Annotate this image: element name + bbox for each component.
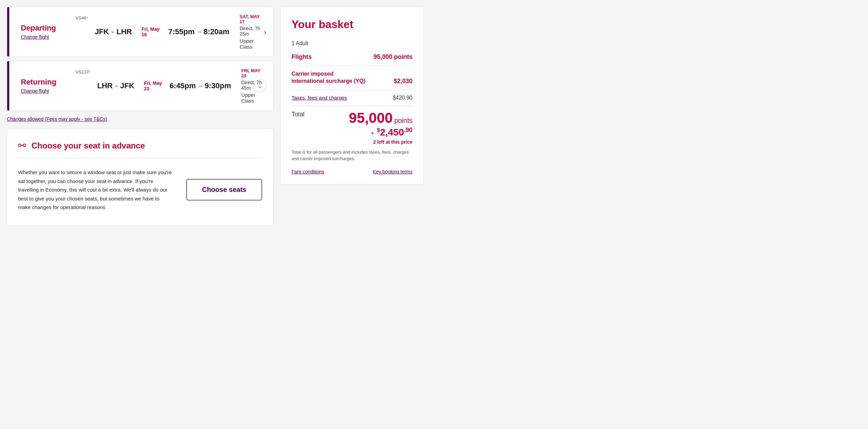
times-arrow-departing: →: [196, 28, 202, 36]
departing-chevron-icon[interactable]: ›: [264, 28, 266, 36]
basket-links: Fare conditions Key booking terms: [291, 169, 412, 174]
changes-allowed-link[interactable]: Changes allowed (Fees may apply - see T&…: [7, 116, 273, 122]
basket-taxes-link[interactable]: Taxes, fees and charges: [291, 95, 347, 101]
basket-divider-3: [291, 106, 412, 106]
basket-plus: +: [371, 130, 375, 137]
basket-surcharge-value: $2,030: [394, 78, 412, 85]
basket-flights-label: Flights: [291, 53, 312, 61]
basket-total-label: Total: [291, 111, 304, 118]
basket-sidebar: Your basket 1 Adult Flights 95,000 point…: [280, 7, 424, 184]
seat-selection-card: ⚯ Choose your seat in advance Whether yo…: [7, 129, 273, 226]
returning-label: Returning: [21, 78, 70, 87]
returning-route: LHR - JFK: [97, 81, 134, 90]
returning-flight-card: Returning Change flight VS137¹ LHR - JFK…: [7, 61, 273, 111]
basket-left-at-price: 2 left at this price: [349, 139, 412, 145]
basket-total-cash-line: + $2,450.90: [349, 127, 412, 138]
returning-destination: JFK: [120, 81, 135, 90]
basket-taxes-row: Taxes, fees and charges $420.90: [291, 95, 412, 101]
seat-title: Choose your seat in advance: [31, 141, 145, 151]
returning-depart-time: 6:45pm: [169, 81, 196, 90]
seat-divider: [18, 158, 262, 158]
returning-arrive-time: 9:30pm: [205, 81, 231, 90]
departing-info-right: SAT, MAY 17 Direct, 7h 25m Upper Class: [240, 14, 265, 50]
seat-icon: ⚯: [18, 140, 26, 151]
basket-total-section: Total 95,000 points + $2,450.90 2 left a…: [291, 111, 412, 145]
main-content: Departing Change flight VS46¹ JFK - LHR …: [7, 7, 273, 422]
basket-divider-1: [291, 65, 412, 66]
departing-date: Fri, May 16: [141, 26, 162, 37]
departing-label: Departing: [21, 24, 70, 32]
departing-destination: LHR: [117, 27, 132, 36]
basket-total-points-line: 95,000 points: [349, 111, 412, 125]
departing-flight-number: VS46¹: [76, 14, 88, 21]
returning-flight-number: VS137¹: [76, 68, 90, 75]
basket-flights-value: 95,000 points: [374, 53, 412, 61]
returning-origin: LHR: [97, 81, 112, 90]
fare-conditions-link[interactable]: Fare conditions: [291, 169, 324, 174]
returning-arrival-date: FRI, MAY 23: [241, 68, 265, 78]
basket-dollar: $: [377, 127, 380, 133]
seat-header: ⚯ Choose your seat in advance: [18, 140, 262, 151]
departing-times: 7:55pm → 8:20am: [168, 27, 229, 36]
basket-title: Your basket: [291, 18, 412, 31]
departing-route: JFK - LHR: [95, 27, 132, 36]
returning-cabin: Upper Class: [241, 92, 265, 104]
times-arrow-returning: →: [197, 82, 203, 90]
seat-body: Whether you want to secure a window seat…: [18, 168, 262, 212]
returning-left: Returning Change flight: [15, 78, 70, 94]
departing-change-flight[interactable]: Change flight: [21, 34, 49, 40]
basket-cash-cents: .90: [404, 127, 412, 133]
basket-total-right: 95,000 points + $2,450.90 2 left at this…: [349, 111, 412, 145]
basket-adults: 1 Adult: [291, 40, 412, 47]
basket-note: Total is for all passengers and includes…: [291, 149, 412, 162]
seat-description: Whether you want to secure a window seat…: [18, 168, 173, 212]
chevron-down-icon: ⌄: [258, 83, 262, 89]
basket-total-points-unit: points: [394, 117, 412, 124]
departing-left: Departing Change flight: [15, 24, 70, 40]
returning-date: Fri, May 23: [144, 80, 163, 91]
basket-cash-main: 2,450: [380, 127, 404, 138]
route-arrow-departing: -: [112, 28, 114, 36]
departing-origin: JFK: [95, 27, 109, 36]
basket-divider-2: [291, 90, 412, 90]
departing-depart-time: 7:55pm: [168, 27, 194, 36]
basket-total-points: 95,000: [349, 110, 393, 126]
choose-seats-button[interactable]: Choose seats: [186, 179, 262, 200]
departing-arrival-date: SAT, MAY 17: [240, 14, 265, 24]
returning-change-flight[interactable]: Change flight: [21, 88, 49, 94]
basket-surcharge-label: Carrier imposed international surcharge …: [291, 70, 367, 85]
departing-flight-card: Departing Change flight VS46¹ JFK - LHR …: [7, 7, 273, 57]
key-booking-link[interactable]: Key booking terms: [373, 169, 412, 174]
departing-arrive-time: 8:20am: [204, 27, 230, 36]
returning-times: 6:45pm → 9:30pm: [169, 81, 231, 90]
returning-chevron-button[interactable]: ⌄: [253, 79, 266, 92]
basket-flights-row: Flights 95,000 points: [291, 53, 412, 61]
departing-cabin: Upper Class: [240, 38, 265, 50]
basket-surcharge-row: Carrier imposed international surcharge …: [291, 70, 412, 85]
route-arrow-returning: -: [116, 82, 118, 90]
basket-taxes-value: $420.90: [393, 95, 412, 101]
departing-direct-info: Direct, 7h 25m: [240, 26, 265, 37]
